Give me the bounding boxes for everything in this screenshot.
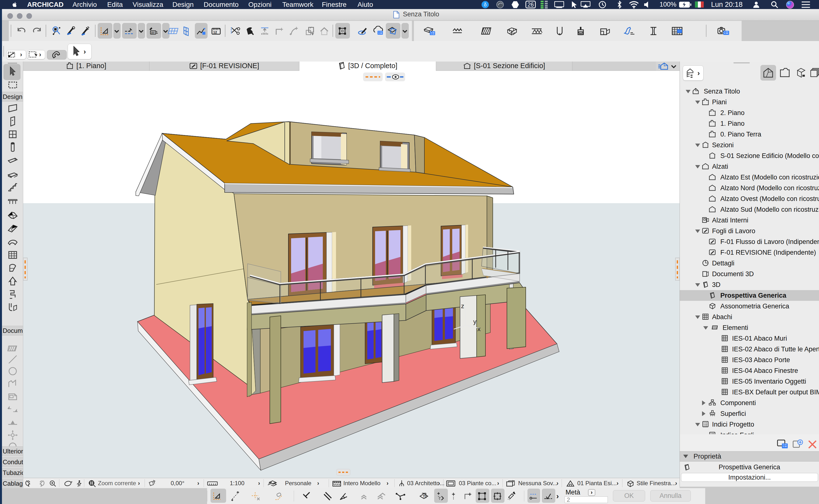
svg-text:XY: XY bbox=[151, 31, 155, 34]
svg-text:y: y bbox=[473, 318, 476, 325]
svg-text:12: 12 bbox=[213, 30, 217, 34]
svg-text:x: x bbox=[477, 325, 481, 333]
svg-text:T: T bbox=[423, 494, 425, 498]
svg-text:δ: δ bbox=[484, 2, 486, 7]
svg-text:z: z bbox=[461, 302, 464, 310]
